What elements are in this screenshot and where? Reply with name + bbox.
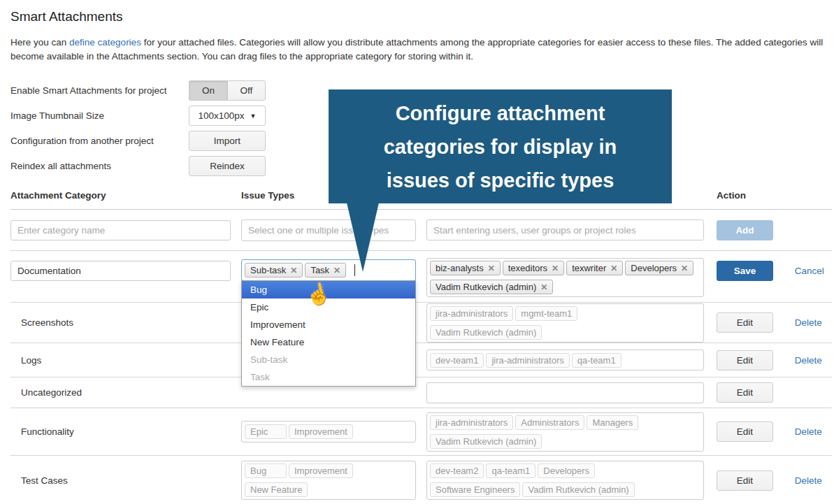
issue-types-field: Bug Improvement New Feature	[241, 461, 416, 500]
user-tag-disabled: qa-team1	[572, 353, 621, 368]
category-name-input[interactable]	[10, 220, 231, 240]
import-button[interactable]: Import	[189, 131, 266, 151]
callout-banner: Configure attachment categories for disp…	[329, 89, 672, 203]
page-title: Smart Attachments	[10, 9, 834, 24]
category-row-functionality: Functionality Epic Improvement jira-admi…	[10, 408, 832, 456]
edit-category-name-input[interactable]	[10, 261, 231, 281]
users-field: jira-administrators Administrators Manag…	[426, 412, 704, 452]
dropdown-option-improvement[interactable]: Improvement	[242, 316, 415, 333]
issue-tag-disabled: Epic	[245, 424, 287, 439]
users-input[interactable]: Start entering users, user groups or pro…	[426, 219, 704, 240]
user-tag-disabled: Vadim Rutkevich (admin)	[430, 434, 542, 449]
issue-types-field: Epic Improvement	[241, 421, 416, 442]
callout-pointer-arrow	[347, 203, 379, 272]
edit-issue-types-field[interactable]: Sub-task✕ Task✕	[241, 259, 416, 281]
users-field	[426, 382, 704, 403]
remove-tag-icon[interactable]: ✕	[681, 264, 688, 273]
category-name: Screenshots	[10, 317, 241, 328]
category-name: Functionality	[10, 426, 241, 437]
delete-link[interactable]: Delete	[795, 426, 822, 437]
edit-button[interactable]: Edit	[717, 312, 773, 333]
user-tag-disabled: Vadim Rutkevich (admin)	[522, 482, 634, 497]
category-row-uncategorized: Uncategorized Edit	[10, 377, 832, 408]
header-attachment-category: Attachment Category	[10, 190, 241, 201]
dropdown-option-task: Task	[242, 368, 415, 386]
remove-tag-icon[interactable]: ✕	[290, 266, 297, 275]
dropdown-option-sub-task: Sub-task	[242, 351, 415, 368]
select-caret-icon: ▼	[250, 113, 257, 120]
category-row-logs: Logs dev-team1 jira-administrators qa-te…	[10, 343, 832, 377]
user-tag: Developers✕	[625, 261, 693, 275]
reindex-button[interactable]: Reindex	[189, 156, 266, 176]
user-tag-disabled: Software Engineers	[430, 482, 520, 497]
cancel-link[interactable]: Cancel	[795, 266, 824, 276]
users-field: dev-team2 qa-team1 Developers Software E…	[426, 461, 704, 500]
edit-button[interactable]: Edit	[717, 470, 773, 491]
thumbnail-size-select[interactable]: 100x100px ▼	[189, 106, 266, 126]
edit-button[interactable]: Edit	[717, 350, 773, 370]
delete-link[interactable]: Delete	[795, 355, 822, 366]
add-category-row: Select one or multiple issue types Start…	[10, 210, 832, 251]
category-row-screenshots: Screenshots jira-administrators mgmt-tea…	[10, 303, 832, 343]
user-tag: texwriter✕	[566, 261, 623, 275]
user-tag-disabled: Administrators	[515, 415, 584, 430]
user-tag-disabled: mgmt-team1	[515, 306, 577, 321]
toggle-on-button[interactable]: On	[189, 80, 227, 101]
edit-users-field[interactable]: biz-analysts✕ texeditors✕ texwriter✕ Dev…	[426, 258, 704, 297]
category-name: Test Cases	[10, 475, 241, 486]
categories-table: Attachment Category Issue Types Action S…	[10, 186, 832, 504]
header-action: Action	[717, 190, 832, 201]
issue-tag: Task✕	[305, 263, 346, 278]
editing-row-documentation: Sub-task✕ Task✕ biz-analysts✕ texeditors…	[10, 251, 832, 303]
user-tag-disabled: dev-team1	[430, 353, 484, 368]
issue-tag-disabled: Bug	[245, 463, 287, 478]
users-field: jira-administrators mgmt-team1 Vadim Rut…	[426, 303, 704, 343]
user-tag-disabled: Managers	[587, 415, 638, 430]
category-name: Uncategorized	[10, 387, 241, 398]
user-tag-disabled: Developers	[538, 463, 595, 478]
toggle-off-button[interactable]: Off	[227, 80, 266, 101]
user-tag-disabled: jira-administrators	[430, 306, 513, 321]
smart-attachments-page: Smart Attachments Here you can define ca…	[0, 0, 834, 504]
category-name: Logs	[10, 355, 241, 366]
issue-types-input[interactable]: Select one or multiple issue types	[241, 219, 416, 241]
issue-tag-disabled: Improvement	[289, 463, 353, 478]
remove-tag-icon[interactable]: ✕	[552, 264, 559, 273]
intro-text: Here you can define categories for your …	[10, 36, 824, 64]
delete-link[interactable]: Delete	[795, 317, 822, 328]
issue-tag-disabled: New Feature	[245, 482, 308, 497]
define-categories-link[interactable]: define categories	[69, 37, 141, 48]
user-tag: biz-analysts✕	[430, 261, 501, 275]
user-tag-disabled: jira-administrators	[486, 353, 569, 368]
dropdown-option-new-feature[interactable]: New Feature	[242, 333, 415, 351]
user-tag-disabled: qa-team1	[486, 463, 535, 478]
issue-tag-disabled: Improvement	[289, 424, 353, 439]
user-tag-disabled: dev-team2	[430, 463, 484, 478]
save-button[interactable]: Save	[717, 261, 773, 281]
reindex-label: Reindex all attachments	[10, 161, 189, 171]
remove-tag-icon[interactable]: ✕	[540, 282, 547, 292]
category-row-test-cases: Test Cases Bug Improvement New Feature d…	[10, 456, 832, 504]
thumbnail-label: Image Thumbnail Size	[10, 110, 189, 121]
edit-button[interactable]: Edit	[717, 382, 773, 403]
enable-label: Enable Smart Attachments for project	[10, 85, 189, 96]
enable-toggle: On Off	[189, 80, 266, 101]
thumbnail-size-value: 100x100px	[199, 110, 245, 121]
add-button[interactable]: Add	[717, 220, 773, 240]
issue-tag: Sub-task✕	[245, 263, 303, 278]
user-tag: texeditors✕	[503, 261, 564, 275]
user-tag-disabled: Vadim Rutkevich (admin)	[430, 325, 542, 340]
remove-tag-icon[interactable]: ✕	[610, 264, 617, 273]
users-field: dev-team1 jira-administrators qa-team1	[426, 350, 704, 370]
import-label: Configuration from another project	[10, 136, 189, 146]
edit-button[interactable]: Edit	[717, 422, 773, 442]
user-tag: Vadim Rutkevich (admin)✕	[430, 280, 553, 294]
remove-tag-icon[interactable]: ✕	[333, 266, 340, 275]
user-tag-disabled: jira-administrators	[430, 415, 513, 430]
intro-before-link: Here you can	[10, 37, 66, 48]
remove-tag-icon[interactable]: ✕	[488, 264, 495, 273]
delete-link[interactable]: Delete	[795, 475, 822, 486]
